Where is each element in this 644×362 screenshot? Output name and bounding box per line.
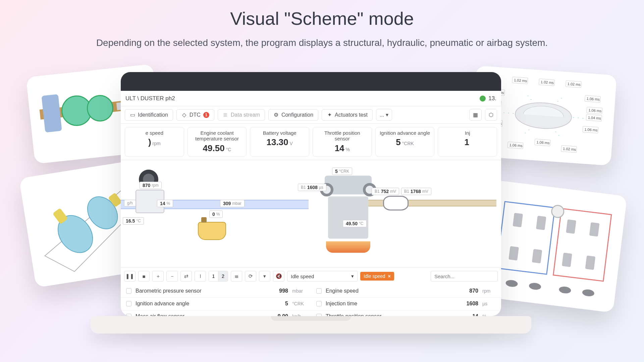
- metric-card[interactable]: Ignition advance angle5°CRK: [375, 127, 435, 157]
- column-stepper[interactable]: 1 2: [209, 271, 228, 282]
- svg-rect-56: [585, 255, 596, 270]
- tag-ignition-advance: 5°CRK: [332, 168, 352, 175]
- metric-card[interactable]: Inj1: [438, 127, 497, 157]
- svg-rect-55: [562, 253, 572, 267]
- tag-evap: 0%: [209, 210, 223, 218]
- tab-data-stream[interactable]: ≣ Data stream: [218, 109, 265, 121]
- close-icon[interactable]: ×: [388, 274, 391, 279]
- chevron-down-icon: ▾: [351, 273, 354, 279]
- engine-block-icon: [319, 170, 378, 257]
- table-row[interactable]: Injection time1608µs: [311, 298, 501, 310]
- svg-rect-53: [508, 246, 519, 260]
- stepper-seg-2[interactable]: 2: [218, 271, 228, 281]
- metric-card[interactable]: Throttle position sensor14%: [313, 127, 372, 157]
- metric-value: )rpm: [128, 137, 180, 147]
- warning-icon: ◇: [181, 112, 187, 118]
- table-row[interactable]: Throttle position sensor14%: [311, 310, 501, 316]
- page-title: Visual "Scheme" mode: [0, 0, 644, 29]
- metric-card[interactable]: e speed)rpm: [125, 127, 184, 157]
- tag-iat: 16.5°C: [123, 217, 144, 225]
- metric-card[interactable]: Engine coolant temperature sensor49.50°C: [187, 127, 247, 157]
- tab-data-stream-label: Data stream: [231, 112, 260, 118]
- tab-identification[interactable]: ▭ Identification: [125, 109, 173, 121]
- minus-icon: －: [170, 273, 175, 280]
- view-chart-button[interactable]: ⬡: [485, 109, 497, 121]
- tag-coolant-temp: 49.50°C: [343, 220, 367, 227]
- main-toolbar: ▭ Identification ◇ DTC 1 ≣ Data stream ⚙…: [121, 106, 501, 124]
- param-value: 998: [279, 288, 288, 294]
- chevron-down-icon: ▾: [386, 112, 388, 118]
- param-name: Barometric pressure sensor: [136, 288, 202, 294]
- param-name: Throttle position sensor: [326, 313, 381, 316]
- checkbox[interactable]: [126, 288, 131, 294]
- breadcrumb: ULT \ DUSTER ph2: [125, 95, 175, 102]
- list-icon: ≣: [234, 273, 239, 279]
- app-window: ULT \ DUSTER ph2 13. ▭ Identification ◇ …: [121, 72, 501, 316]
- mute-button[interactable]: 🔇: [273, 271, 284, 282]
- checkbox[interactable]: [126, 314, 131, 316]
- voltage-readout: 13.: [488, 95, 496, 102]
- svg-rect-50: [536, 216, 546, 230]
- coolant-reservoir-icon: [198, 222, 226, 240]
- checkbox[interactable]: [316, 314, 322, 316]
- param-unit: kg/h: [292, 314, 306, 316]
- add-button[interactable]: ＋: [152, 271, 164, 282]
- checkbox[interactable]: [126, 301, 131, 306]
- preset-select[interactable]: Idle speed ▾: [287, 271, 358, 282]
- checkbox[interactable]: [316, 288, 322, 294]
- metric-label: Inj: [441, 130, 493, 136]
- grid-icon: ▦: [473, 112, 478, 118]
- stop-button[interactable]: ■: [138, 271, 150, 282]
- tag-o2-downstream: B11768mV: [401, 188, 431, 195]
- remove-button[interactable]: －: [166, 271, 178, 282]
- checkbox[interactable]: [316, 301, 322, 306]
- tab-identification-label: Identification: [138, 112, 168, 118]
- param-value: 870: [469, 288, 478, 294]
- param-name: Engine speed: [326, 288, 359, 294]
- param-unit: °CRK: [292, 301, 306, 306]
- metric-card[interactable]: Battery voltage13.30V: [250, 127, 309, 157]
- tab-dtc[interactable]: ◇ DTC 1: [176, 109, 214, 121]
- tag-injection-time: B11608µs: [298, 184, 326, 191]
- filter-icon: ▾: [263, 273, 266, 279]
- param-name: Mass air flow sensor: [136, 313, 184, 316]
- refresh-icon: ⟳: [249, 273, 253, 279]
- svg-point-47: [558, 286, 571, 294]
- param-unit: µs: [482, 301, 496, 306]
- align-button[interactable]: ⇄: [180, 271, 192, 282]
- tab-more[interactable]: ... ▾: [376, 109, 392, 121]
- text-cursor-button[interactable]: Ｉ: [195, 271, 206, 282]
- tag-o2-upstream: B1752mV: [372, 188, 399, 195]
- table-row[interactable]: Engine speed870rpm: [311, 285, 501, 298]
- table-row[interactable]: Mass air flow sensor9.00kg/h: [121, 310, 311, 316]
- breadcrumb-row: ULT \ DUSTER ph2 13.: [121, 91, 501, 106]
- search-input[interactable]: [431, 271, 498, 282]
- svg-rect-52: [589, 222, 600, 237]
- stepper-seg-1[interactable]: 1: [209, 271, 218, 281]
- table-row[interactable]: Barometric pressure sensor998mbar: [121, 285, 311, 298]
- filter-button[interactable]: ▾: [259, 271, 270, 282]
- sliders-icon: ⚙: [273, 112, 279, 118]
- preset-select-value: Idle speed: [291, 274, 314, 279]
- speaker-off-icon: 🔇: [276, 273, 282, 279]
- tab-configuration[interactable]: ⚙ Configuration: [268, 109, 318, 121]
- list-button[interactable]: ≣: [231, 271, 242, 282]
- param-name: Ignition advance angle: [136, 301, 189, 307]
- active-filter-chip[interactable]: Idle speed ×: [360, 272, 394, 281]
- tab-actuators-test[interactable]: ✦ Actuators test: [322, 109, 373, 121]
- view-grid-button[interactable]: ▦: [469, 109, 482, 121]
- tag-map: 309mbar: [220, 200, 245, 207]
- metric-value: 1: [441, 137, 493, 147]
- svg-point-45: [505, 280, 518, 288]
- param-value: 5: [285, 301, 288, 307]
- refresh-button[interactable]: ⟳: [245, 271, 256, 282]
- param-unit: mbar: [292, 288, 306, 294]
- wand-icon: ✦: [327, 112, 332, 118]
- table-row[interactable]: Ignition advance angle5°CRK: [121, 298, 311, 310]
- svg-rect-54: [532, 249, 542, 263]
- tab-more-label: ...: [380, 112, 384, 118]
- svg-rect-43: [553, 208, 611, 281]
- scheme-canvas[interactable]: 5°CRK 870rpm B11608µs B1752mV B11768mV g…: [121, 160, 501, 267]
- pause-button[interactable]: ❚❚: [124, 271, 136, 282]
- connection-status: 13.: [480, 95, 496, 102]
